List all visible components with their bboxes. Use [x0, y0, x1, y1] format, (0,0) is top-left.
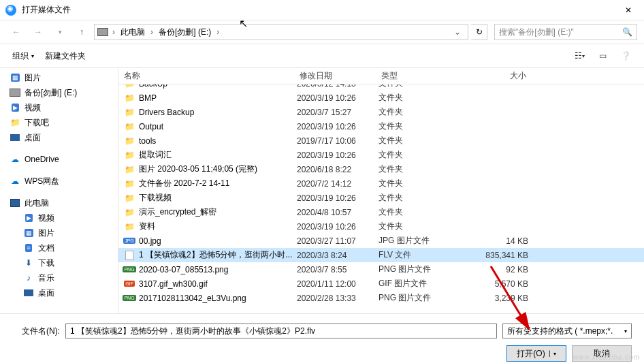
column-type[interactable]: 类型	[376, 70, 457, 82]
chevron-right-icon[interactable]: ›	[214, 27, 222, 37]
file-list[interactable]: 📁BackUp2020/3/12 14:13文件夹📁BMP2020/3/19 1…	[118, 84, 644, 313]
file-row[interactable]: 📁Drivers Backup2020/3/7 15:27文件夹	[118, 105, 644, 119]
sidebar-item[interactable]: ☁WPS网盘	[0, 174, 118, 189]
sidebar-item[interactable]: ☁OneDrive	[0, 152, 118, 167]
jpg-icon: JPG	[124, 236, 135, 247]
file-date: 2020/3/7 8:55	[297, 265, 379, 274]
search-icon[interactable]: 🔍	[622, 27, 632, 37]
column-headers[interactable]: 名称 修改日期 类型 大小	[118, 68, 644, 84]
sidebar-item-label: OneDrive	[25, 155, 59, 164]
sidebar-item[interactable]: ⬇下载	[0, 255, 118, 270]
file-row[interactable]: 📁文件备份 2020-7-2 14-112020/7/2 14:12文件夹	[118, 176, 644, 191]
file-date: 2020/3/27 11:07	[297, 236, 379, 246]
file-type: PNG 图片文件	[379, 292, 460, 304]
file-row[interactable]: 📁演示_encrypted_解密2020/4/8 10:57文件夹	[118, 205, 644, 219]
sidebar-item-label: 桌面	[38, 287, 54, 299]
column-size[interactable]: 大小	[457, 70, 532, 82]
file-type: 文件夹	[379, 92, 460, 104]
folder-icon: 📁	[124, 164, 135, 175]
folder-icon: 📁	[124, 178, 135, 189]
column-date[interactable]: 修改日期	[294, 70, 376, 82]
nav-up-button[interactable]: ↑	[72, 24, 91, 40]
organize-button[interactable]: 组织▾	[7, 48, 39, 65]
file-row[interactable]: 📁tools2019/7/17 10:06文件夹	[118, 133, 644, 148]
file-type: 文件夹	[379, 206, 460, 218]
pic-icon: ▦	[23, 227, 34, 238]
file-type: 文件夹	[379, 192, 460, 204]
file-name: Output	[139, 122, 297, 131]
sidebar-item-label: 备份[勿删] (E:)	[25, 87, 77, 99]
file-name: 20171028113042_eL3Vu.png	[139, 294, 297, 303]
sidebar-item[interactable]: 📁下载吧	[0, 115, 118, 130]
doc-icon: ≡	[23, 242, 34, 253]
hd-icon	[10, 87, 20, 98]
view-options-button[interactable]: ☷ ▾	[568, 47, 591, 65]
folder-icon: 📁	[124, 84, 135, 89]
file-row[interactable]: 📁下载视频2020/3/19 10:26文件夹	[118, 191, 644, 205]
sidebar-item[interactable]: ▶视频	[0, 100, 118, 115]
file-row[interactable]: 📁BackUp2020/3/12 14:13文件夹	[118, 84, 644, 91]
file-name: 演示_encrypted_解密	[139, 206, 297, 218]
search-input[interactable]: 搜索"备份[勿删] (E:)" 🔍	[494, 24, 637, 40]
chevron-right-icon[interactable]: ›	[110, 27, 118, 37]
file-size: 3,239 KB	[460, 294, 528, 303]
file-row[interactable]: 1 【笑镇惊魂2】恐怖5分钟，逛街两小时...2020/3/3 8:24FLV …	[118, 248, 644, 262]
png-icon: PNG	[124, 264, 135, 275]
file-name: BackUp	[139, 84, 297, 89]
folder-icon: 📁	[124, 93, 135, 104]
folder-icon: 📁	[124, 107, 135, 118]
file-date: 2020/3/19 10:26	[297, 193, 379, 203]
nav-recent-button[interactable]: ▾	[50, 24, 69, 40]
new-folder-button[interactable]: 新建文件夹	[39, 48, 91, 65]
file-row[interactable]: 📁提取词汇2020/3/19 10:26文件夹	[118, 148, 644, 162]
folder-icon: 📁	[124, 221, 135, 232]
file-row[interactable]: PNG2020-03-07_085513.png2020/3/7 8:55PNG…	[118, 262, 644, 277]
sidebar-item[interactable]: 此电脑	[0, 195, 118, 210]
vid-icon: ▶	[10, 102, 20, 113]
desk-icon	[23, 287, 34, 298]
sidebar-item[interactable]: ▦图片	[0, 70, 118, 85]
close-button[interactable]: ✕	[613, 0, 644, 20]
window-title: 打开媒体文件	[22, 4, 613, 16]
sidebar-item-label: 图片	[38, 227, 54, 239]
file-type: JPG 图片文件	[379, 235, 460, 247]
od-icon: ☁	[10, 154, 20, 165]
file-row[interactable]: 📁Output2020/3/19 10:26文件夹	[118, 119, 644, 133]
breadcrumb-dropdown[interactable]: ⌄	[450, 27, 465, 37]
open-button[interactable]: 打开(O)▏▾	[506, 345, 566, 362]
nav-back-button[interactable]: ←	[7, 24, 26, 40]
file-name: 1 【笑镇惊魂2】恐怖5分钟，逛街两小时...	[139, 249, 297, 261]
sidebar-item[interactable]: 桌面	[0, 130, 118, 145]
file-row[interactable]: JPG00.jpg2020/3/27 11:07JPG 图片文件14 KB	[118, 234, 644, 248]
file-name: 2020-03-07_085513.png	[139, 265, 297, 274]
column-name[interactable]: 名称	[118, 70, 294, 82]
breadcrumb-drive[interactable]: 备份[勿删] (E:)	[157, 27, 212, 38]
sidebar-item-label: 文档	[38, 242, 54, 254]
sidebar-item[interactable]: 桌面	[0, 285, 118, 300]
folder-icon: 📁	[124, 150, 135, 161]
file-type: PNG 图片文件	[379, 264, 460, 275]
file-row[interactable]: 📁图片 2020-03-05 11;49;05 (完整)2020/6/18 8:…	[118, 162, 644, 176]
sidebar-item[interactable]: ♪音乐	[0, 270, 118, 285]
filename-input[interactable]	[65, 323, 497, 338]
preview-pane-button[interactable]: ▭	[591, 47, 614, 65]
gif-icon: GIF	[124, 279, 135, 289]
breadcrumb-bar[interactable]: › 此电脑 › 备份[勿删] (E:) › ⌄	[94, 24, 468, 40]
pic-icon: ▦	[10, 72, 20, 83]
file-date: 2019/7/17 10:06	[297, 136, 379, 146]
help-button[interactable]: ❔	[614, 47, 637, 65]
sidebar-item[interactable]: 备份[勿删] (E:)	[0, 85, 118, 100]
file-row[interactable]: 📁资料2020/3/19 10:26文件夹	[118, 219, 644, 234]
file-row[interactable]: GIF3107.gif_wh300.gif2020/1/11 12:00GIF …	[118, 277, 644, 291]
file-row[interactable]: PNG20171028113042_eL3Vu.png2020/2/28 13:…	[118, 291, 644, 305]
refresh-button[interactable]: ↻	[471, 24, 487, 40]
sidebar-item[interactable]: ▦图片	[0, 225, 118, 240]
navigation-sidebar[interactable]: ▦图片备份[勿删] (E:)▶视频📁下载吧桌面☁OneDrive☁WPS网盘此电…	[0, 68, 118, 313]
breadcrumb-root[interactable]: 此电脑	[119, 27, 146, 38]
filetype-filter[interactable]: 所有受支持的格式 ( *.mepx;*.▾	[502, 323, 632, 338]
file-date: 2020/2/28 13:33	[297, 294, 379, 303]
file-row[interactable]: 📁BMP2020/3/19 10:26文件夹	[118, 91, 644, 105]
sidebar-item[interactable]: ≡文档	[0, 240, 118, 255]
sidebar-item[interactable]: ▶视频	[0, 210, 118, 225]
chevron-right-icon[interactable]: ›	[148, 27, 156, 37]
